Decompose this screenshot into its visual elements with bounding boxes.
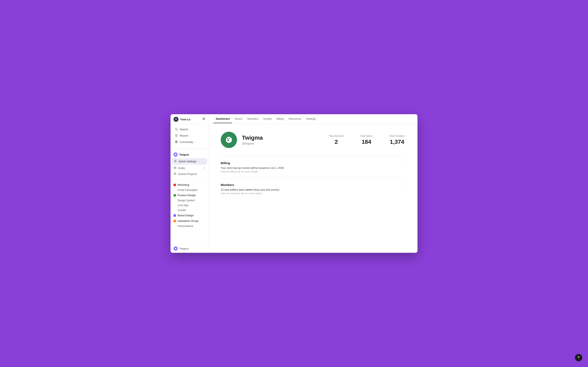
sidebar-item-marketing[interactable]: Marketing: [171, 182, 208, 188]
sidebar-item-hackathon-group[interactable]: Hackathon Group: [171, 218, 208, 224]
top-nav: Dashboard Teams Members Activity Billing…: [208, 114, 417, 124]
footer-org: Twigma: [173, 247, 189, 250]
sidebar-item-core-app[interactable]: Core App: [171, 203, 208, 208]
growth-label: Growth: [178, 209, 186, 212]
tab-billing[interactable]: Billing: [274, 115, 286, 123]
twigma-label: Twigma: [179, 153, 189, 156]
stat-members: Total members 1,374: [389, 134, 405, 145]
billing-main-text: Your next true-up invoice will be issued…: [221, 166, 284, 169]
twigma-section: Twigma Admin Settings: [171, 150, 208, 179]
content-area: Twigma @twigma Total domains 2 Total tea…: [208, 124, 417, 253]
shared-projects-item[interactable]: Shared Projects: [171, 171, 208, 177]
stat-domains-value: 2: [329, 139, 344, 145]
avatar: [173, 117, 178, 122]
sidebar-item-community[interactable]: Community: [172, 139, 207, 145]
product-design-label: Product Design: [178, 194, 196, 197]
teams-section: Marketing Email Campaigns Product Design…: [171, 182, 208, 229]
svg-line-8: [177, 130, 178, 131]
members-title: Members: [221, 183, 279, 187]
sidebar: Yuna Lu Search: [171, 114, 208, 253]
org-profile: Twigma @twigma Total domains 2 Total tea…: [221, 132, 405, 148]
svg-point-18: [174, 173, 175, 174]
user-name: Yuna Lu: [180, 118, 190, 121]
admin-settings-icon: [174, 160, 177, 163]
svg-point-19: [175, 173, 176, 174]
marketing-dot: [173, 184, 176, 186]
brand-design-label: Brand Design: [178, 214, 194, 217]
user-info[interactable]: Yuna Lu: [173, 117, 190, 122]
stat-domains: Total domains 2: [329, 134, 344, 145]
stat-members-label: Total members: [389, 134, 405, 137]
search-icon: [175, 128, 178, 131]
main-content: Dashboard Teams Members Activity Billing…: [208, 114, 417, 253]
add-draft-icon[interactable]: +: [204, 166, 205, 170]
stat-teams: Total teams 184: [360, 134, 373, 145]
design-system-label: Design System: [178, 199, 195, 202]
svg-point-6: [176, 119, 177, 119]
svg-point-4: [175, 119, 177, 120]
svg-point-13: [175, 161, 176, 161]
hackathon-group-dot: [173, 220, 176, 222]
sidebar-item-email-campaigns[interactable]: Email Campaigns: [171, 188, 208, 192]
sidebar-item-label-community: Community: [180, 141, 193, 143]
sidebar-item-brand-design[interactable]: Brand Design: [171, 213, 208, 218]
stat-domains-label: Total domains: [329, 134, 344, 137]
sidebar-item-growth[interactable]: Growth: [171, 208, 208, 213]
tab-teams[interactable]: Teams: [232, 115, 245, 123]
sidebar-nav: Search Recent: [171, 124, 208, 147]
billing-content: Billing Your next true-up invoice will b…: [221, 161, 284, 173]
marketing-label: Marketing: [178, 183, 189, 186]
org-info: Twigma @twigma: [242, 134, 263, 145]
clock-icon: [175, 134, 178, 137]
globe-icon: [175, 140, 178, 143]
stat-teams-label: Total teams: [360, 134, 373, 137]
footer-org-label: Twigma: [179, 247, 189, 250]
sidebar-item-label-search: Search: [180, 128, 188, 131]
notification-bell-icon[interactable]: [202, 117, 205, 121]
members-main-text: 10 new editors were added since your las…: [221, 188, 279, 191]
divider: [171, 148, 208, 148]
billing-sub-text: Visit the billing tab for more details: [221, 170, 284, 173]
drafts-icon: [173, 166, 176, 170]
billing-card[interactable]: Billing Your next true-up invoice will b…: [221, 156, 405, 178]
admin-settings-label: Admin Settings: [178, 160, 196, 163]
tab-resources[interactable]: Resources: [286, 115, 303, 123]
members-content: Members 10 new editors were added since …: [221, 183, 279, 195]
email-campaigns-label: Email Campaigns: [178, 189, 198, 192]
divider-2: [171, 180, 208, 180]
tab-members[interactable]: Members: [245, 115, 261, 123]
billing-title: Billing: [221, 161, 284, 165]
org-stats: Total domains 2 Total teams 184 Total me…: [329, 134, 405, 145]
stat-teams-value: 184: [360, 139, 373, 145]
members-sub-text: Visit the members tab for more details: [221, 192, 279, 195]
twigma-icon: [173, 152, 178, 157]
drafts-label: Drafts: [178, 167, 185, 170]
org-avatar: [221, 132, 237, 148]
product-design-dot: [173, 194, 176, 197]
billing-chevron-icon: ›: [404, 162, 405, 166]
sidebar-item-search[interactable]: Search: [172, 126, 207, 132]
expand-icon: ⌃: [203, 247, 205, 250]
tab-dashboard[interactable]: Dashboard: [213, 115, 232, 123]
sidebar-item-recent[interactable]: Recent: [172, 133, 207, 139]
sidebar-item-product-design[interactable]: Product Design: [171, 192, 208, 198]
sidebar-item-design-system[interactable]: Design System: [171, 198, 208, 203]
members-chevron-icon: ›: [404, 184, 405, 188]
help-button[interactable]: ?: [575, 354, 582, 361]
core-app-label: Core App: [178, 204, 188, 207]
sidebar-header: Yuna Lu: [171, 114, 208, 124]
org-name: Twigma: [242, 134, 263, 141]
members-card[interactable]: Members 10 new editors were added since …: [221, 178, 405, 200]
sidebar-footer[interactable]: Twigma ⌃: [171, 244, 208, 253]
hackathon-group-label: Hackathon Group: [178, 219, 199, 222]
brand-design-dot: [173, 214, 176, 217]
twigma-main-item[interactable]: Twigma: [171, 151, 208, 158]
org-handle: @twigma: [242, 142, 263, 145]
drafts-item[interactable]: Drafts +: [171, 165, 208, 171]
presentations-label: Presentations: [178, 225, 193, 227]
sidebar-item-presentations[interactable]: Presentations: [171, 224, 208, 229]
tab-settings[interactable]: Settings: [303, 115, 318, 123]
admin-settings-item[interactable]: Admin Settings: [172, 158, 207, 165]
svg-point-5: [175, 119, 176, 119]
tab-activity[interactable]: Activity: [261, 115, 274, 123]
